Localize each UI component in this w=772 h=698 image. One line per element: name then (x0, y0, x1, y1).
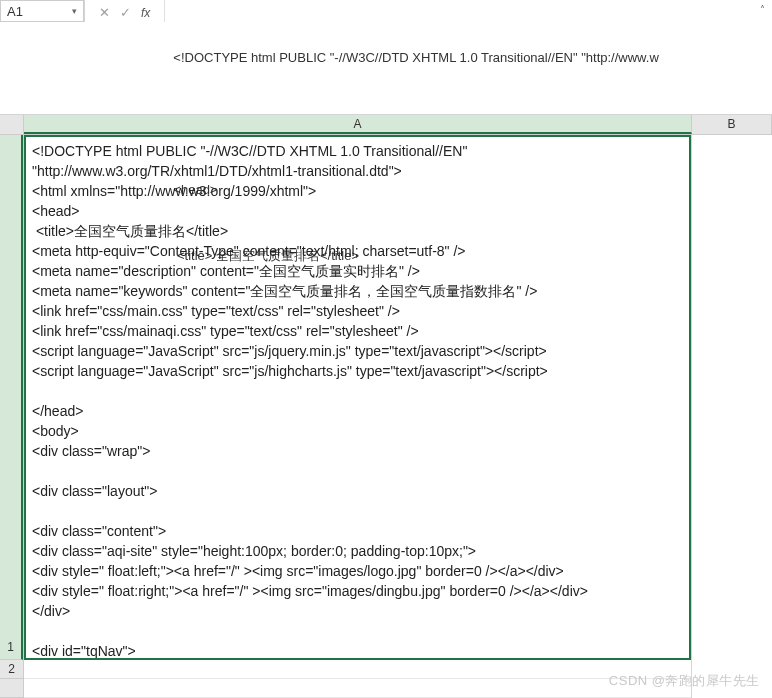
fx-icon[interactable]: fx (141, 6, 150, 20)
row-header-1[interactable]: 1 (0, 135, 23, 660)
row-header-3[interactable] (0, 679, 23, 698)
name-box[interactable]: A1 ▾ (0, 0, 84, 22)
column-header-B[interactable]: B (692, 115, 772, 134)
formula-bar-area: A1 ▾ ✕ ✓ fx <!DOCTYPE html PUBLIC "-//W3… (0, 0, 772, 115)
cell-A1[interactable]: <!DOCTYPE html PUBLIC "-//W3C//DTD XHTML… (24, 135, 691, 660)
enter-icon[interactable]: ✓ (120, 5, 131, 20)
row-headers: 1 2 (0, 135, 24, 698)
name-box-value: A1 (7, 4, 23, 19)
formula-bar-controls: ✕ ✓ fx (85, 0, 165, 22)
chevron-down-icon[interactable]: ▾ (72, 6, 77, 16)
cells: <!DOCTYPE html PUBLIC "-//W3C//DTD XHTML… (24, 135, 772, 698)
column-headers: A B (0, 115, 772, 135)
formula-line: <!DOCTYPE html PUBLIC "-//W3C//DTD XHTML… (173, 47, 744, 69)
formula-bar-expand[interactable]: ˄ (752, 0, 772, 15)
chevron-up-icon: ˄ (760, 4, 765, 15)
cell-A2[interactable] (24, 660, 691, 679)
column-A-cells: <!DOCTYPE html PUBLIC "-//W3C//DTD XHTML… (24, 135, 692, 698)
namebox-wrap: A1 ▾ (0, 0, 85, 22)
column-header-A[interactable]: A (24, 115, 692, 134)
grid-body: 1 2 <!DOCTYPE html PUBLIC "-//W3C//DTD X… (0, 135, 772, 698)
row-header-2[interactable]: 2 (0, 660, 23, 679)
select-all-corner[interactable] (0, 115, 24, 134)
cell-A3[interactable] (24, 679, 691, 698)
column-B-cells (692, 135, 772, 698)
cancel-icon[interactable]: ✕ (99, 5, 110, 20)
